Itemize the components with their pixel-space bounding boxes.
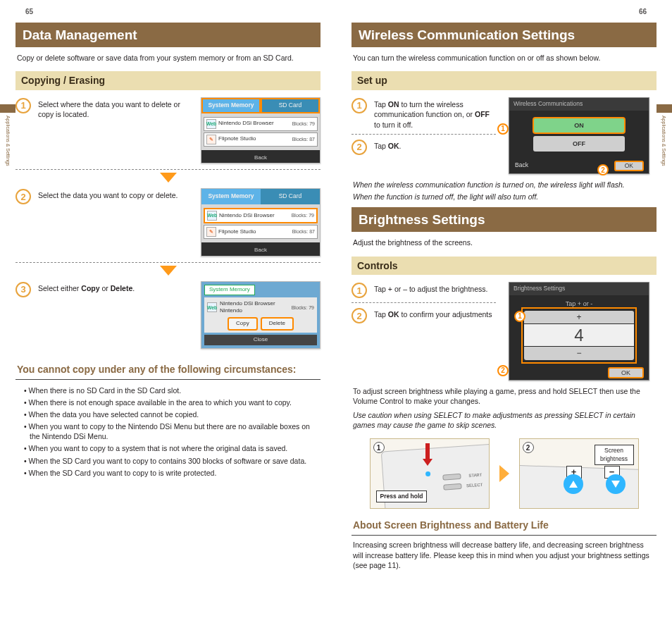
web-icon: Web — [206, 119, 216, 129]
screenshot-step-1: System Memory SD Card Web Nintendo DSi B… — [201, 97, 321, 163]
ss-item-title: Nintendo DSi Browser — [218, 121, 290, 127]
screenshot-step-2: System Memory SD Card Web Nintendo DSi B… — [201, 188, 321, 256]
list-item: When there is no SD Card in the SD Card … — [24, 385, 321, 395]
step-3-text: Select either Copy or Delete. — [38, 281, 194, 293]
select-button-icon — [443, 483, 461, 490]
list-item: When the SD Card you want to copy to is … — [24, 468, 321, 478]
ss-popup-name: Nintendo DSi Browser — [220, 300, 275, 307]
about-brightness-text: Increasing screen brightness will decrea… — [353, 540, 655, 570]
br-step-1-text: Tap + or – to adjust the brightness. — [374, 282, 496, 294]
intro-wireless: You can turn the wireless communication … — [353, 53, 655, 63]
start-button-icon — [442, 474, 461, 481]
heading-brightness: Brightness Settings — [351, 207, 657, 233]
wl-step-2-text: Tap OK. — [374, 139, 496, 151]
web-icon: Web — [207, 302, 217, 312]
wl-back-button[interactable]: Back — [515, 161, 528, 171]
screenshot-step-3: System Memory Web Nintendo DSi Browser N… — [201, 281, 321, 349]
ss-back-button[interactable]: Back — [254, 247, 267, 254]
right-arrow-icon — [499, 465, 509, 482]
step-3-badge: 3 — [15, 282, 31, 297]
wireless-note-2: When the function is turned off, the lig… — [353, 192, 655, 202]
ss-popup-maker: Nintendo — [220, 307, 242, 314]
web-icon: Web — [207, 211, 217, 221]
step-1-badge: 1 — [15, 98, 31, 113]
separator — [351, 134, 496, 135]
screenshot-wireless: Wireless Communications 1 ON OFF Back OK — [509, 97, 649, 174]
brightness-caution: Use caution when using SELECT to make ad… — [353, 410, 655, 430]
wireless-note-1: When the wireless communication function… — [353, 180, 655, 190]
ss-tab-system-memory[interactable]: System Memory — [201, 98, 261, 113]
separator — [351, 302, 496, 303]
ss-item-flipnote[interactable]: ✎ Flipnote Studio Blocks: 87 — [204, 132, 318, 147]
start-label: START — [468, 472, 483, 479]
ss-item-blocks: Blocks: 87 — [292, 136, 315, 142]
heading-data-management: Data Management — [15, 23, 321, 48]
br-step-2-badge: 2 — [351, 308, 367, 323]
separator — [15, 169, 321, 170]
list-item: When the data you have selected cannot b… — [24, 409, 321, 419]
ss-item-blocks: Blocks: 79 — [292, 121, 315, 127]
brightness-plus-button[interactable]: + — [524, 311, 634, 323]
wl-step-1-text: Tap ON to turn the wireless communicatio… — [374, 97, 496, 130]
ss-tab-sd-card[interactable]: SD Card — [261, 189, 320, 204]
brightness-value: 4 — [524, 324, 634, 346]
ss-item-browser[interactable]: Web Nintendo DSi Browser Blocks: 79 — [204, 208, 318, 223]
ss-item-title: Nintendo DSi Browser — [219, 213, 290, 219]
select-label: SELECT — [466, 482, 483, 489]
br-step-2-text: Tap OK to confirm your adjustments — [374, 307, 496, 319]
about-brightness-heading: About Screen Brightness and Battery Life — [351, 519, 657, 536]
volume-up-icon — [564, 474, 583, 494]
wl-ok-button[interactable]: OK — [615, 161, 643, 171]
heading-wireless: Wireless Communication Settings — [351, 23, 657, 48]
wl-step-2-badge: 2 — [351, 140, 367, 155]
brightness-tip: To adjust screen brightness while playin… — [353, 386, 655, 406]
wl-step-1-badge: 1 — [351, 98, 367, 113]
subheading-setup: Set up — [351, 71, 657, 90]
brightness-minus-button[interactable]: − — [524, 347, 634, 359]
delete-button[interactable]: Delete — [261, 318, 293, 330]
ss-item-browser[interactable]: Web Nintendo DSi Browser Blocks: 79 — [204, 117, 318, 131]
hardware-diagram-1: 1 START SELECT Press and hold — [370, 438, 490, 509]
intro-data-management: Copy or delete software or save data fro… — [17, 53, 319, 63]
wireless-off-button[interactable]: OFF — [533, 136, 625, 152]
page-number-right: 66 — [351, 7, 657, 17]
ss-item-flipnote[interactable]: ✎ Flipnote Studio Blocks: 87 — [204, 225, 318, 239]
callout-1-icon: 1 — [514, 311, 525, 322]
flipnote-icon: ✎ — [206, 135, 216, 144]
step-2-badge: 2 — [15, 189, 31, 204]
intro-brightness: Adjust the brightness of the screens. — [353, 237, 655, 247]
page-66: 66 Wireless Communication Settings You c… — [336, 0, 672, 590]
list-item: When the SD Card you want to copy to con… — [24, 456, 321, 466]
power-led-icon — [425, 471, 430, 476]
br-ss-title: Brightness Settings — [509, 283, 649, 295]
screen-brightness-label: Screen brightness — [595, 445, 634, 465]
ss-tab-sd-card[interactable]: SD Card — [261, 98, 320, 113]
br-tap-label: Tap + or - — [523, 300, 635, 308]
hardware-diagram-2: 2 Screen brightness + − — [519, 438, 639, 509]
down-arrow-icon — [160, 266, 177, 276]
ss-back-button[interactable]: Back — [254, 154, 267, 162]
separator — [15, 262, 321, 263]
list-item: When you want to copy to a system that i… — [24, 443, 321, 453]
ss-item-blocks: Blocks: 87 — [292, 228, 315, 235]
step-1-text: Select where the data you want to delete… — [38, 97, 194, 119]
callout-1-icon: 1 — [497, 123, 509, 135]
step-2-text: Select the data you want to copy or dele… — [38, 188, 194, 200]
wireless-on-button[interactable]: ON — [533, 118, 625, 133]
flipnote-icon: ✎ — [206, 227, 216, 237]
br-ok-button[interactable]: OK — [609, 368, 643, 378]
br-step-1-badge: 1 — [351, 283, 367, 298]
press-and-hold-label: Press and hold — [376, 490, 428, 502]
wl-ss-title: Wireless Communications — [509, 98, 649, 110]
close-button[interactable]: Close — [204, 335, 317, 345]
page-65: 65 Data Management Copy or delete softwa… — [0, 0, 336, 590]
cannot-copy-heading: You cannot copy under any of the followi… — [15, 363, 321, 380]
diagram-2-badge: 2 — [523, 442, 534, 453]
page-number-left: 65 — [15, 7, 321, 17]
ss-tab-system-memory[interactable]: System Memory — [201, 189, 261, 204]
copy-button[interactable]: Copy — [228, 318, 257, 330]
list-item: When there is not enough space available… — [24, 397, 321, 407]
ss-popup-blocks: Blocks: 79 — [292, 304, 314, 311]
ss-item-title: Flipnote Studio — [218, 229, 290, 235]
list-item: When you want to copy to the Nintendo DS… — [24, 421, 321, 441]
